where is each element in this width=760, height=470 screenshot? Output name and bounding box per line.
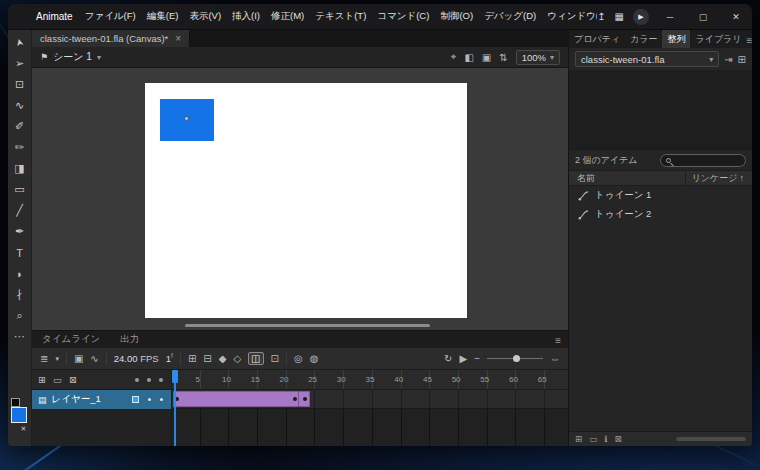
tool-button[interactable]: ✐ — [9, 116, 31, 137]
column-name[interactable]: 名前 — [577, 172, 595, 185]
new-library-panel-icon[interactable]: ⊞ — [738, 54, 746, 65]
tool-button[interactable]: ✏ — [9, 137, 31, 158]
play-button[interactable]: ▶ — [459, 353, 467, 364]
tool-button[interactable]: ➢ — [9, 53, 31, 74]
tool-button[interactable]: ∤ — [9, 284, 31, 305]
tool-button[interactable]: ╱ — [9, 200, 31, 221]
menu-item[interactable]: ウィンドウ(W) — [545, 8, 597, 25]
insert-blank-keyframe-button[interactable]: ◇ — [233, 353, 241, 364]
new-symbol-button[interactable]: ⊞ — [575, 434, 582, 444]
tool-button[interactable]: ✒ — [9, 221, 31, 242]
fit-view-icon[interactable]: ▣ — [482, 52, 491, 63]
zoom-stepper-icon[interactable]: ⇅ — [499, 52, 507, 63]
add-layer-button[interactable]: ⊞ — [38, 374, 46, 385]
library-document-select[interactable]: classic-tween-01.fla ▾ — [575, 51, 719, 67]
close-button[interactable]: ✕ — [724, 12, 748, 22]
keyframe-dot[interactable] — [175, 397, 179, 401]
keyframe-dot[interactable] — [303, 397, 307, 401]
delete-layer-button[interactable]: ⊠ — [69, 374, 77, 385]
panel-menu-icon[interactable]: ≡ — [555, 335, 568, 348]
classic-tween-span[interactable] — [173, 391, 310, 407]
lock-column-icon[interactable] — [159, 378, 163, 382]
library-item[interactable]: トゥイーン 1 — [569, 186, 752, 205]
add-folder-button[interactable]: ▭ — [53, 374, 62, 385]
layer-visibility-dot[interactable] — [148, 398, 151, 401]
tab-close-icon[interactable]: × — [175, 33, 181, 44]
frame-ruler[interactable]: 5101520253035404550556065 — [172, 370, 568, 390]
loop-button[interactable]: ↻ — [444, 353, 452, 364]
pin-library-icon[interactable]: ⇥ — [724, 54, 732, 65]
onion-skin-button[interactable]: ◎ — [294, 353, 303, 364]
center-stage-icon[interactable]: ⌖ — [451, 51, 457, 63]
create-tween-button[interactable]: ◫ — [248, 352, 263, 365]
edit-multiple-frames-button[interactable]: ⊡ — [271, 353, 279, 364]
menu-item[interactable]: 制御(O) — [438, 8, 475, 25]
item-properties-button[interactable]: ℹ — [604, 434, 607, 444]
test-movie-button[interactable]: ▶ — [633, 9, 649, 25]
no-color-icon[interactable]: ✕ — [21, 425, 27, 433]
new-folder-button[interactable]: ▭ — [589, 434, 597, 444]
tool-button[interactable]: ⋯ — [9, 326, 31, 347]
onion-outline-button[interactable]: ◍ — [310, 353, 319, 364]
workspace-icon[interactable]: ▦ — [615, 11, 624, 22]
column-linkage[interactable]: リンケージ ↑ — [685, 170, 744, 186]
timeline-tab[interactable]: 出力 — [110, 331, 149, 348]
frame-grid[interactable] — [172, 390, 568, 446]
tool-button[interactable]: ➤ — [9, 32, 31, 53]
layer-lock-dot[interactable] — [160, 398, 163, 401]
zoom-out-icon[interactable]: − — [474, 353, 480, 364]
panel-tab[interactable]: プロパティ — [569, 30, 625, 48]
menu-item[interactable]: デバッグ(D) — [482, 8, 538, 25]
horizontal-scrollbar[interactable] — [185, 324, 430, 327]
stage[interactable] — [145, 83, 467, 318]
search-input[interactable] — [675, 155, 740, 165]
timeline-tab[interactable]: タイムライン — [32, 331, 110, 348]
menu-item[interactable]: 挿入(I) — [230, 8, 262, 25]
tool-button[interactable]: ▭ — [9, 179, 31, 200]
highlight-column-icon[interactable] — [135, 378, 139, 382]
library-search-box[interactable] — [660, 154, 746, 167]
layer-name[interactable]: レイヤー_1 — [52, 393, 101, 406]
chevron-down-icon[interactable]: ▾ — [55, 355, 59, 363]
tool-button[interactable]: ◨ — [9, 158, 31, 179]
pasteboard[interactable] — [32, 68, 568, 330]
layer-frames-row[interactable] — [172, 390, 568, 409]
menu-item[interactable]: 修正(M) — [269, 8, 306, 25]
panel-tab[interactable]: 整列 — [662, 30, 690, 48]
chevron-down-icon[interactable]: ▾ — [97, 53, 101, 62]
show-hide-column-icon[interactable] — [147, 378, 151, 382]
resize-timeline-icon[interactable]: ⇔ — [550, 353, 560, 364]
layer-row[interactable]: ▤ レイヤー_1 — [32, 390, 171, 409]
tool-button[interactable]: T — [9, 242, 31, 263]
frames-area[interactable]: 5101520253035404550556065 — [172, 370, 568, 446]
document-tab[interactable]: classic-tween-01.fla (Canvas)* × — [32, 30, 190, 47]
tool-button[interactable]: ◗ — [9, 263, 31, 284]
share-icon[interactable]: ↥ — [597, 11, 605, 22]
scene-name[interactable]: シーン 1 — [53, 50, 92, 64]
timeline-zoom-slider[interactable] — [487, 358, 543, 359]
current-frame-display[interactable]: 1f — [166, 352, 173, 364]
titlebar[interactable]: Animate ファイル(F)編集(E)表示(V)挿入(I)修正(M)テキスト(… — [8, 4, 752, 30]
library-scrollbar[interactable] — [676, 437, 746, 441]
menu-item[interactable]: 編集(E) — [145, 8, 181, 25]
delete-item-button[interactable]: ⊠ — [614, 434, 621, 444]
zoom-level-select[interactable]: 100% ▾ — [516, 50, 560, 65]
panel-menu-icon[interactable]: ≡ — [747, 35, 752, 48]
slider-knob[interactable] — [513, 355, 520, 362]
minimize-button[interactable]: ─ — [658, 12, 682, 22]
insert-frame-button[interactable]: ⊞ — [188, 353, 196, 364]
tool-button[interactable]: ⌕ — [9, 305, 31, 326]
stroke-color-swatch[interactable] — [11, 398, 20, 407]
keyframe-dot[interactable] — [293, 397, 297, 401]
layer-depth-icon[interactable]: ≣ — [40, 353, 48, 364]
add-camera-icon[interactable]: ▣ — [74, 353, 83, 364]
fps-display[interactable]: 24.00 FPS — [114, 353, 159, 364]
menu-item[interactable]: 表示(V) — [187, 8, 223, 25]
clip-content-icon[interactable]: ◧ — [464, 52, 473, 63]
menu-item[interactable]: ファイル(F) — [83, 8, 138, 25]
remove-frame-button[interactable]: ⊟ — [203, 353, 211, 364]
library-item[interactable]: トゥイーン 2 — [569, 205, 752, 224]
menu-item[interactable]: テキスト(T) — [313, 8, 368, 25]
panel-tab[interactable]: ライブラリ — [690, 30, 746, 48]
layer-parenting-icon[interactable]: ∿ — [90, 353, 98, 364]
